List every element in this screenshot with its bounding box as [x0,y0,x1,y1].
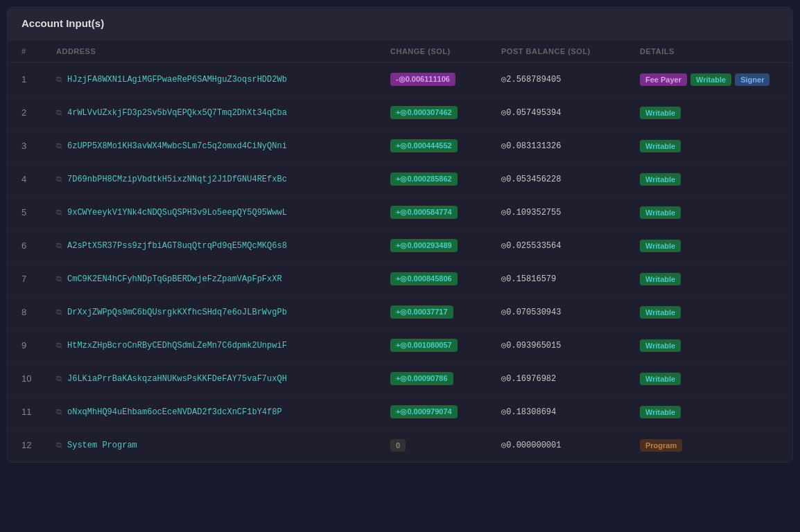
address-link[interactable]: CmC9K2EN4hCFyhNDpTqGpBERDwjeFzZpamVApFpF… [67,274,282,284]
post-balance-cell: ◎0.057495394 [501,107,640,118]
address-link[interactable]: DrXxjZWPpQs9mC6bQUsrgkKXfhcSHdq7e6oJLBrW… [67,308,287,317]
change-badge: +◎0.000584774 [390,206,458,219]
address-link[interactable]: 6zUPP5X8Mo1KH3avWX4MwbcSLm7c5q2omxd4CiNy… [67,141,287,151]
copy-icon[interactable]: ⧉ [56,175,62,184]
row-number: 5 [21,207,56,218]
change-badge: +◎0.000293489 [390,239,458,252]
change-badge: +◎0.00090786 [390,372,453,385]
address-link[interactable]: A2sPtX5R37Pss9zjfbiAGT8uqQtrqPd9qE5MQcMK… [67,241,287,251]
address-cell: ⧉A2sPtX5R37Pss9zjfbiAGT8uqQtrqPd9qE5MQcM… [56,241,390,251]
detail-badge: Program [640,439,682,452]
col-change: CHANGE (SOL) [390,47,501,55]
change-cell: +◎0.001080057 [390,339,501,352]
address-link[interactable]: 9xCWYeeykV1YNk4cNDQSuQSPH3v9Lo5eepQY5Q95… [67,208,287,218]
detail-badge: Writable [640,206,681,219]
address-cell: ⧉System Program [56,441,390,450]
table-row: 6⧉A2sPtX5R37Pss9zjfbiAGT8uqQtrqPd9qE5MQc… [8,229,792,263]
change-badge: -◎0.006111106 [390,73,455,86]
address-cell: ⧉HtMzxZHpBcroCnRByCEDhQSdmLZeMn7C6dpmk2U… [56,341,390,351]
table-row: 12⧉System Program0◎0.000000001Program [8,429,792,462]
details-cell: Writable [640,306,779,319]
change-cell: +◎0.000285862 [390,172,501,186]
change-cell: +◎0.000584774 [390,206,501,219]
copy-icon[interactable]: ⧉ [56,242,62,250]
detail-badge: Writable [640,306,681,319]
post-balance-cell: ◎2.568789405 [501,74,640,85]
address-link[interactable]: 4rWLVvUZxkjFD3p2Sv5bVqEPQkx5Q7Tmq2DhXt34… [67,108,287,118]
detail-badge: Writable [640,339,681,352]
copy-icon[interactable]: ⧉ [56,308,62,317]
row-number: 1 [21,74,56,85]
copy-icon[interactable]: ⧉ [56,408,62,416]
details-cell: Writable [640,107,779,119]
post-balance-cell: ◎0.18308694 [501,407,640,417]
copy-icon[interactable]: ⧉ [56,142,62,150]
panel-title: Account Input(s) [21,17,104,29]
address-cell: ⧉DrXxjZWPpQs9mC6bQUsrgkKXfhcSHdq7e6oJLBr… [56,308,390,317]
table-row: 2⧉4rWLVvUZxkjFD3p2Sv5bVqEPQkx5Q7Tmq2DhXt… [8,96,792,130]
detail-badge: Writable [640,173,681,186]
details-cell: Writable [640,273,779,285]
change-cell: +◎0.00090786 [390,372,501,385]
copy-icon[interactable]: ⧉ [56,275,62,283]
change-cell: +◎0.000307462 [390,106,501,119]
col-details: DETAILS [640,47,779,55]
post-balance-cell: ◎0.093965015 [501,340,640,351]
copy-icon[interactable]: ⧉ [56,109,62,117]
details-cell: Writable [640,373,779,385]
row-number: 11 [21,407,56,417]
address-cell: ⧉7D69nbPH8CMzipVbdtkH5ixzNNqtj2J1DfGNU4R… [56,175,390,184]
address-link[interactable]: System Program [67,441,137,450]
copy-icon[interactable]: ⧉ [56,342,62,350]
col-post-balance: POST BALANCE (SOL) [501,47,640,55]
detail-badge: Writable [640,107,681,119]
change-cell: -◎0.006111106 [390,73,501,86]
detail-badge: Signer [735,73,769,86]
detail-badge: Writable [690,73,731,86]
details-cell: Program [640,439,779,452]
copy-icon[interactable]: ⧉ [56,76,62,84]
table-row: 8⧉DrXxjZWPpQs9mC6bQUsrgkKXfhcSHdq7e6oJLB… [8,296,792,329]
row-number: 4 [21,174,56,184]
address-cell: ⧉CmC9K2EN4hCFyhNDpTqGpBERDwjeFzZpamVApFp… [56,274,390,284]
change-badge: +◎0.00037717 [390,305,453,319]
row-number: 9 [21,340,56,351]
details-cell: Writable [640,140,779,152]
detail-badge: Writable [640,140,681,152]
copy-icon[interactable]: ⧉ [56,209,62,217]
account-inputs-panel: Account Input(s) # ADDRESS CHANGE (SOL) … [7,7,793,463]
address-link[interactable]: 7D69nbPH8CMzipVbdtkH5ixzNNqtj2J1DfGNU4RE… [67,175,287,184]
post-balance-cell: ◎0.053456228 [501,174,640,184]
post-balance-cell: ◎0.083131326 [501,141,640,151]
copy-icon[interactable]: ⧉ [56,441,62,450]
detail-badge: Writable [640,406,681,418]
table-header: # ADDRESS CHANGE (SOL) POST BALANCE (SOL… [8,40,792,63]
table-row: 3⧉6zUPP5X8Mo1KH3avWX4MwbcSLm7c5q2omxd4Ci… [8,130,792,163]
post-balance-cell: ◎0.15816579 [501,274,640,284]
details-cell: Writable [640,339,779,352]
change-cell: +◎0.000979074 [390,405,501,418]
change-cell: +◎0.000293489 [390,239,501,252]
address-link[interactable]: HJzjFA8WXN1LAgiMGFPwaeReP6SAMHguZ3oqsrHD… [67,75,287,85]
change-badge: +◎0.000307462 [390,106,458,119]
details-cell: Fee PayerWritableSigner [640,73,779,86]
row-number: 7 [21,274,56,284]
row-number: 8 [21,307,56,317]
change-badge: +◎0.001080057 [390,339,458,352]
address-link[interactable]: oNxqMhHQ94uEhbam6ocEceNVDAD2f3dcXnCF1bY4… [67,407,282,417]
address-cell: ⧉HJzjFA8WXN1LAgiMGFPwaeReP6SAMHguZ3oqsrH… [56,75,390,85]
address-cell: ⧉J6LKiaPrrBaKAskqzaHNUKwsPsKKFDeFAY75vaF… [56,374,390,384]
copy-icon[interactable]: ⧉ [56,375,62,383]
col-num: # [21,47,56,55]
table-body: 1⧉HJzjFA8WXN1LAgiMGFPwaeReP6SAMHguZ3oqsr… [8,63,792,462]
row-number: 10 [21,373,56,384]
table-row: 9⧉HtMzxZHpBcroCnRByCEDhQSdmLZeMn7C6dpmk2… [8,329,792,362]
address-link[interactable]: J6LKiaPrrBaKAskqzaHNUKwsPsKKFDeFAY75vaF7… [67,374,287,384]
table-row: 10⧉J6LKiaPrrBaKAskqzaHNUKwsPsKKFDeFAY75v… [8,362,792,396]
detail-badge: Writable [640,373,681,385]
details-cell: Writable [640,406,779,418]
change-badge: +◎0.000285862 [390,172,458,186]
change-badge: +◎0.000845806 [390,272,458,285]
post-balance-cell: ◎0.109352755 [501,207,640,218]
address-link[interactable]: HtMzxZHpBcroCnRByCEDhQSdmLZeMn7C6dpmk2Un… [67,341,287,351]
